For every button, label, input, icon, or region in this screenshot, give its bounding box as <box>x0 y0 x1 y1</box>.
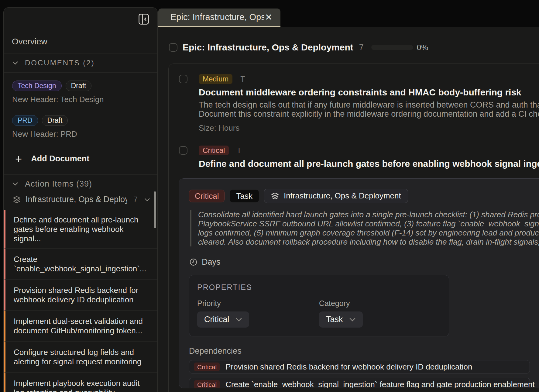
chevron-down-icon <box>12 61 18 65</box>
document-title[interactable]: New Header: Tech Design <box>12 95 149 104</box>
task-type-letter: T <box>237 146 241 155</box>
priority-badge: Critical <box>199 146 229 155</box>
doc-type-badge: Tech Design <box>12 81 62 91</box>
effort-row: Days <box>190 257 539 267</box>
collapse-sidebar-icon <box>139 14 149 25</box>
clock-icon <box>190 258 197 266</box>
document-entry[interactable]: Tech Design Draft New Header: Tech Desig… <box>12 81 149 104</box>
dependency-item[interactable]: Critical Provision shared Redis backend … <box>189 360 530 373</box>
task-type-letter: T <box>240 75 245 84</box>
action-item-text: Provision shared Redis backend for webho… <box>14 286 148 304</box>
dependencies-label: Dependencies <box>189 346 539 356</box>
epic-header: Epic: Infrastructure, Ops & Deployment 7… <box>169 42 428 53</box>
category-dropdown-value: Task <box>326 315 343 324</box>
action-items-section-label: Action Items (39) <box>25 179 92 189</box>
action-item-text: Configure structured log fields and aler… <box>14 348 148 366</box>
dependency-priority-badge: Critical <box>194 380 220 389</box>
sidebar-header <box>4 8 157 30</box>
quote-line: PlaybookService SSRF outbound URL allowl… <box>198 219 539 228</box>
properties-header: PROPERTIES <box>197 283 441 292</box>
priority-badge: Medium <box>199 74 232 84</box>
task-size: Size: Hours <box>199 123 539 133</box>
action-item[interactable]: Implement playbook execution audit log r… <box>4 373 157 392</box>
action-item-text: Define and document all pre-launch gates… <box>14 215 148 243</box>
category-pill-label: Infrastructure, Ops & Deployment <box>284 191 401 201</box>
main-panel: Epic: Infrastructure, Ops & Deployment 7… <box>158 27 539 392</box>
type-badge[interactable]: Task <box>230 190 259 202</box>
epic-checkbox[interactable] <box>169 43 177 52</box>
tab-title: Epic: Infrastructure, Ops... <box>170 12 264 22</box>
task-title[interactable]: Define and document all pre-launch gates… <box>199 159 539 169</box>
action-item[interactable]: Provision shared Redis backend for webho… <box>4 280 157 311</box>
task-checkbox[interactable] <box>179 75 187 83</box>
collapse-sidebar-button[interactable] <box>138 13 149 25</box>
category-pill[interactable]: Infrastructure, Ops & Deployment <box>264 189 408 203</box>
task-description-line: Document this constraint explicitly in t… <box>199 109 539 119</box>
chevron-down-icon <box>349 318 356 322</box>
task-detail-panel: Critical Task Infrastructure, Ops & Depl… <box>179 178 539 388</box>
documents-section-header[interactable]: DOCUMENTS (2) <box>4 53 157 73</box>
category-dropdown[interactable]: Task <box>319 311 363 328</box>
doc-status-badge: Draft <box>66 81 92 91</box>
priority-dropdown[interactable]: Critical <box>197 311 249 328</box>
chevron-down-icon <box>12 182 18 186</box>
dependency-item[interactable]: Critical Create `enable_webhook_signal_i… <box>189 378 530 388</box>
tab-epic[interactable]: Epic: Infrastructure, Ops... ✕ <box>158 9 280 27</box>
action-item-text: Implement dual-secret validation and doc… <box>14 317 148 335</box>
document-title[interactable]: New Header: PRD <box>12 129 149 139</box>
documents-list: Tech Design Draft New Header: Tech Desig… <box>4 73 157 174</box>
action-items-section-header[interactable]: Action Items (39) <box>4 174 157 193</box>
action-item-text: Implement playbook execution audit log r… <box>14 379 148 392</box>
dependency-priority-badge: Critical <box>194 363 220 371</box>
add-document-label: Add Document <box>31 154 89 163</box>
sidebar-scrollbar-thumb[interactable] <box>154 191 156 228</box>
task-checkbox[interactable] <box>179 146 187 155</box>
dependency-text: Provision shared Redis backend for webho… <box>225 362 472 372</box>
quote-line: cleared. Also document rollback procedur… <box>198 237 539 246</box>
chevron-down-icon[interactable] <box>144 198 150 201</box>
document-entry[interactable]: PRD Draft New Header: PRD <box>12 115 149 139</box>
priority-field-label: Priority <box>197 299 319 308</box>
action-item-text: Create `enable_webhook_signal_ingestion`… <box>14 255 148 273</box>
group-count: 7 <box>133 195 138 204</box>
priority-badge[interactable]: Critical <box>189 190 225 202</box>
epic-task-count: 7 <box>359 43 364 52</box>
priority-dropdown-value: Critical <box>204 315 229 324</box>
epic-title: Epic: Infrastructure, Ops & Deployment <box>183 42 353 53</box>
task-description-line: The tech design calls out that if any fu… <box>199 100 539 109</box>
doc-status-badge: Draft <box>42 115 68 126</box>
action-item[interactable]: Define and document all pre-launch gates… <box>4 210 157 249</box>
properties-box: PROPERTIES Priority Critical Category <box>189 275 449 336</box>
task-row[interactable]: Medium T Document middleware ordering co… <box>169 64 539 140</box>
action-item[interactable]: Create `enable_webhook_signal_ingestion`… <box>4 249 157 280</box>
chevron-down-icon <box>235 318 242 322</box>
sidebar-item-overview[interactable]: Overview <box>4 30 157 53</box>
sidebar: Overview DOCUMENTS (2) Tech Design Draft… <box>3 7 158 392</box>
layers-icon <box>13 196 21 204</box>
overview-label: Overview <box>12 37 47 46</box>
epic-progress-percent: 0% <box>417 43 428 52</box>
task-list-card: Medium T Document middleware ordering co… <box>168 64 539 392</box>
action-item[interactable]: Configure structured log fields and aler… <box>4 342 157 373</box>
category-field-label: Category <box>319 299 441 308</box>
action-items-group[interactable]: Infrastructure, Ops & Deploym... 7 <box>4 193 157 210</box>
add-document-button[interactable]: + Add Document <box>12 150 89 173</box>
action-item[interactable]: Implement dual-secret validation and doc… <box>4 311 157 342</box>
documents-section-label: DOCUMENTS (2) <box>25 59 95 67</box>
task-row[interactable]: Critical T Define and document all pre-l… <box>169 140 539 169</box>
epic-progress-bar <box>371 45 413 50</box>
layers-icon <box>271 192 279 200</box>
tab-close-icon[interactable]: ✕ <box>264 13 273 22</box>
doc-type-badge: PRD <box>12 115 38 126</box>
group-label: Infrastructure, Ops & Deploym... <box>26 195 127 204</box>
dependency-text: Create `enable_webhook_signal_ingestion`… <box>225 380 535 389</box>
quote-line: Consolidate all identified hard launch g… <box>198 210 539 219</box>
task-title[interactable]: Document middleware ordering constraints… <box>199 87 539 98</box>
task-description-quote: Consolidate all identified hard launch g… <box>190 210 539 246</box>
quote-line: logs confirmed, (5) minimum graph covera… <box>198 228 539 237</box>
plus-icon: + <box>15 155 22 163</box>
effort-label: Days <box>202 257 221 267</box>
